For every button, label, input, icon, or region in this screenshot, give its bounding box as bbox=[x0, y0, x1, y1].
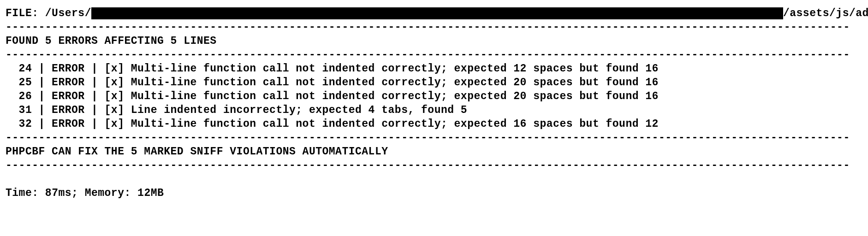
memory-label: Memory: bbox=[85, 187, 131, 199]
stats-line: Time: 87ms; Memory: 12MB bbox=[6, 187, 164, 199]
file-prefix: FILE: /Users/ bbox=[6, 7, 91, 19]
error-row: 26 | ERROR | [x] Multi-line function cal… bbox=[6, 90, 659, 102]
divider-line: ----------------------------------------… bbox=[6, 49, 850, 61]
error-rows: 24 | ERROR | [x] Multi-line function cal… bbox=[6, 63, 659, 130]
error-row: 24 | ERROR | [x] Multi-line function cal… bbox=[6, 63, 659, 75]
phpcs-output: FILE: /Users//assets/js/admin.js -------… bbox=[0, 0, 868, 206]
error-row: 32 | ERROR | [x] Multi-line function cal… bbox=[6, 118, 659, 130]
error-row: 25 | ERROR | [x] Multi-line function cal… bbox=[6, 77, 659, 88]
divider-line: ----------------------------------------… bbox=[6, 159, 850, 171]
time-value: 87ms bbox=[45, 187, 71, 199]
summary-line: FOUND 5 ERRORS AFFECTING 5 LINES bbox=[6, 35, 217, 47]
time-label: Time: bbox=[6, 187, 39, 199]
memory-value: 12MB bbox=[137, 187, 164, 199]
file-line: FILE: /Users//assets/js/admin.js bbox=[6, 7, 868, 19]
footer-line: PHPCBF CAN FIX THE 5 MARKED SNIFF VIOLAT… bbox=[6, 146, 388, 158]
error-row: 31 | ERROR | [x] Line indented incorrect… bbox=[6, 104, 467, 116]
file-suffix: /assets/js/admin.js bbox=[783, 7, 868, 19]
divider-line: ----------------------------------------… bbox=[6, 21, 850, 33]
divider-line: ----------------------------------------… bbox=[6, 132, 850, 144]
redacted-path bbox=[91, 7, 783, 19]
